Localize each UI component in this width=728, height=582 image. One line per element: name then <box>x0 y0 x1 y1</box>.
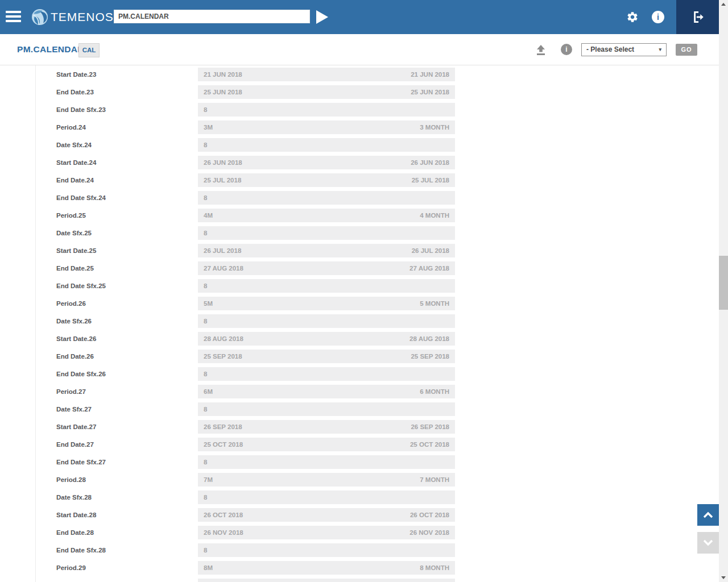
field-row: Start Date.28 26 OCT 2018 26 OCT 2018 <box>0 508 728 522</box>
settings-gear-icon[interactable] <box>626 11 639 26</box>
field-row: Date Sfx.24 8 <box>0 138 728 152</box>
field-label: Period.27 <box>56 385 193 398</box>
top-header: TEMENOS i <box>0 0 728 34</box>
field-value-box <box>198 579 455 582</box>
field-enrichment: 26 NOV 2018 <box>410 526 449 539</box>
field-value-box: 3M 3 MONTH <box>198 120 455 134</box>
field-value: 8 <box>204 543 207 557</box>
field-value-box: 8 <box>198 490 455 504</box>
field-label: End Date Sfx.26 <box>56 367 193 381</box>
field-row: End Date.25 27 AUG 2018 27 AUG 2018 <box>0 261 728 275</box>
field-enrichment: 4 MONTH <box>420 209 449 222</box>
field-row: Date Sfx.25 8 <box>0 226 728 240</box>
upload-icon[interactable] <box>535 44 547 59</box>
field-label: Date Sfx.24 <box>56 138 193 152</box>
menu-icon[interactable] <box>6 11 21 23</box>
field-row: End Date Sfx.24 8 <box>0 191 728 205</box>
field-label: Start Date.25 <box>56 244 193 257</box>
field-row: Date Sfx.26 8 <box>0 314 728 328</box>
scroll-to-bottom-button[interactable] <box>697 532 719 554</box>
field-value: 26 JUL 2018 <box>204 244 241 257</box>
field-row: End Date Sfx.27 8 <box>0 455 728 469</box>
field-enrichment: 26 JUN 2018 <box>411 156 449 169</box>
info-icon[interactable]: i <box>652 11 664 23</box>
field-value: 25 JUL 2018 <box>204 173 241 187</box>
field-row: End Date.27 25 OCT 2018 25 OCT 2018 <box>0 438 728 451</box>
field-enrichment: 28 AUG 2018 <box>410 332 449 346</box>
field-value: 26 NOV 2018 <box>204 526 243 539</box>
field-label: End Date Sfx.24 <box>56 191 193 205</box>
scrollbar-thumb[interactable] <box>719 256 728 310</box>
field-label: End Date.26 <box>56 350 193 363</box>
field-value-box: 8M 8 MONTH <box>198 561 455 575</box>
app-window: TEMENOS i PM.CALENDAR CAL i <box>0 0 728 582</box>
field-value: 25 OCT 2018 <box>204 438 243 451</box>
field-value-box: 8 <box>198 543 455 557</box>
field-label: End Date.27 <box>56 438 193 451</box>
field-value: 8 <box>204 455 207 469</box>
field-label: End Date Sfx.23 <box>56 103 193 117</box>
field-enrichment: 26 SEP 2018 <box>411 420 449 434</box>
field-value: 21 JUN 2018 <box>204 68 242 81</box>
field-enrichment: 3 MONTH <box>420 120 449 134</box>
field-row: Period.25 4M 4 MONTH <box>0 209 728 222</box>
field-label: End Date Sfx.25 <box>56 279 193 293</box>
vertical-scrollbar[interactable] <box>719 0 728 582</box>
field-value-box: 25 OCT 2018 25 OCT 2018 <box>198 438 455 451</box>
field-label: Start Date.27 <box>56 420 193 434</box>
field-value-box: 26 SEP 2018 26 SEP 2018 <box>198 420 455 434</box>
field-value: 8 <box>204 402 207 416</box>
field-label: Start Date.23 <box>56 68 193 81</box>
scrollbar-down-arrow-icon[interactable] <box>721 576 726 579</box>
field-value-box: 26 JUN 2018 26 JUN 2018 <box>198 156 455 169</box>
field-label: Period.26 <box>56 297 193 310</box>
field-label: Date Sfx.26 <box>56 314 193 328</box>
field-enrichment: 27 AUG 2018 <box>410 261 449 275</box>
field-label: End Date Sfx.28 <box>56 543 193 557</box>
chevron-down-icon: ▾ <box>659 44 661 56</box>
field-row: Start Date.27 26 SEP 2018 26 SEP 2018 <box>0 420 728 434</box>
field-label: Date Sfx.27 <box>56 402 193 416</box>
field-enrichment: 21 JUN 2018 <box>411 68 449 81</box>
field-value: 6M <box>204 385 213 398</box>
field-value-box: 8 <box>198 138 455 152</box>
field-value: 27 AUG 2018 <box>204 261 243 275</box>
field-label: End Date Sfx.27 <box>56 455 193 469</box>
field-value: 8 <box>204 226 207 240</box>
field-value: 26 SEP 2018 <box>204 420 242 434</box>
command-line-input[interactable] <box>114 10 310 23</box>
field-value-box: 5M 5 MONTH <box>198 297 455 310</box>
page-title: PM.CALENDAR <box>17 34 84 65</box>
run-command-icon[interactable] <box>316 10 328 24</box>
field-row: Period.29 8M 8 MONTH <box>0 561 728 575</box>
field-value: 26 JUN 2018 <box>204 156 242 169</box>
field-value-box: 26 JUL 2018 26 JUL 2018 <box>198 244 455 257</box>
go-button[interactable]: GO <box>676 44 697 56</box>
field-value: 4M <box>204 209 213 222</box>
field-value: 8 <box>204 279 207 293</box>
field-row: End Date Sfx.25 8 <box>0 279 728 293</box>
scroll-to-top-button[interactable] <box>697 504 719 526</box>
scrollbar-up-arrow-icon[interactable] <box>721 3 726 6</box>
sign-out-button[interactable] <box>676 0 719 34</box>
field-row: Start Date.25 26 JUL 2018 26 JUL 2018 <box>0 244 728 257</box>
field-value: 25 SEP 2018 <box>204 350 242 363</box>
field-value-box: 4M 4 MONTH <box>198 209 455 222</box>
field-value-box: 27 AUG 2018 27 AUG 2018 <box>198 261 455 275</box>
info-icon[interactable]: i <box>561 44 572 55</box>
field-enrichment: 5 MONTH <box>420 297 449 310</box>
field-row: Period.28 7M 7 MONTH <box>0 473 728 487</box>
action-select[interactable]: - Please Select ▾ <box>581 43 667 56</box>
field-row: End Date.26 25 SEP 2018 25 SEP 2018 <box>0 350 728 363</box>
field-row <box>0 579 728 582</box>
field-value-box: 25 JUL 2018 25 JUL 2018 <box>198 173 455 187</box>
field-value-box: 8 <box>198 402 455 416</box>
field-label: End Date.24 <box>56 173 193 187</box>
field-value: 8 <box>204 103 207 117</box>
field-label: Period.28 <box>56 473 193 487</box>
field-enrichment: 8 MONTH <box>420 561 449 575</box>
sign-out-icon <box>690 10 705 24</box>
field-value-box: 21 JUN 2018 21 JUN 2018 <box>198 68 455 81</box>
field-label: Date Sfx.25 <box>56 226 193 240</box>
field-row: End Date Sfx.26 8 <box>0 367 728 381</box>
